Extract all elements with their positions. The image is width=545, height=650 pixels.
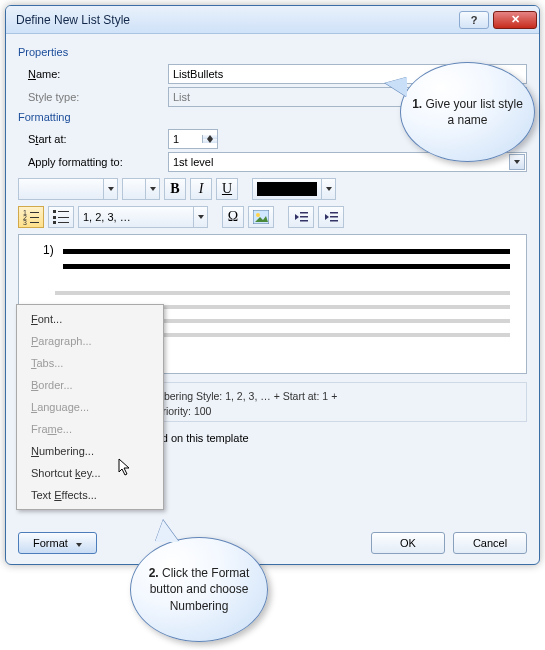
cancel-button[interactable]: Cancel — [453, 532, 527, 554]
chevron-down-icon[interactable] — [321, 179, 335, 199]
svg-point-1 — [256, 213, 260, 217]
menu-language: Language... — [17, 396, 163, 418]
list-toolbar: 1 2 3 1, 2, 3, … Ω — [18, 206, 527, 228]
preview-number: 1) — [43, 243, 54, 257]
svg-rect-4 — [300, 220, 308, 222]
chevron-down-icon — [72, 537, 82, 549]
menu-frame: Frame... — [17, 418, 163, 440]
svg-rect-3 — [300, 216, 308, 218]
picture-icon — [253, 210, 269, 224]
menu-font[interactable]: Font... — [17, 308, 163, 330]
ok-button[interactable]: OK — [371, 532, 445, 554]
number-format-combo[interactable]: 1, 2, 3, … — [78, 206, 208, 228]
italic-button[interactable]: I — [190, 178, 212, 200]
chevron-down-icon[interactable] — [509, 154, 525, 170]
chevron-down-icon[interactable] — [193, 207, 207, 227]
numbered-list-button[interactable]: 1 2 3 — [18, 206, 44, 228]
callout-2: 2. Click the Format button and choose Nu… — [130, 537, 268, 642]
format-menu: Font... Paragraph... Tabs... Border... L… — [16, 304, 164, 510]
chevron-down-icon[interactable] — [103, 179, 117, 199]
applyto-label: Apply formatting to: — [18, 156, 168, 168]
menu-text-effects[interactable]: Text Effects... — [17, 484, 163, 506]
svg-rect-7 — [330, 220, 338, 222]
menu-border: Border... — [17, 374, 163, 396]
close-button[interactable] — [493, 11, 537, 29]
color-swatch-icon — [257, 182, 317, 196]
menu-numbering[interactable]: Numbering... — [17, 440, 163, 462]
increase-indent-button[interactable] — [318, 206, 344, 228]
format-button[interactable]: Format — [18, 532, 97, 554]
window-title: Define New List Style — [16, 13, 457, 27]
chevron-down-icon[interactable] — [145, 179, 159, 199]
bulleted-list-icon — [53, 210, 69, 224]
svg-rect-2 — [300, 212, 308, 214]
callout-1: 1. Give your list style a name — [400, 62, 535, 162]
decrease-indent-button[interactable] — [288, 206, 314, 228]
svg-rect-5 — [330, 212, 338, 214]
bold-button[interactable]: B — [164, 178, 186, 200]
startat-spinner[interactable]: 1 — [168, 129, 218, 149]
numbered-list-icon: 1 2 3 — [23, 210, 39, 224]
group-properties: Properties — [18, 46, 527, 58]
font-color-combo[interactable] — [252, 178, 336, 200]
font-size-combo[interactable] — [122, 178, 160, 200]
help-button[interactable] — [459, 11, 489, 29]
startat-label: Start at: — [18, 133, 168, 145]
menu-shortcut[interactable]: Shortcut key... — [17, 462, 163, 484]
menu-tabs: Tabs... — [17, 352, 163, 374]
spinner-down-icon[interactable] — [202, 139, 217, 143]
styletype-label: Style type: — [18, 91, 168, 103]
font-toolbar: B I U — [18, 178, 527, 200]
svg-rect-6 — [330, 216, 338, 218]
increase-indent-icon — [323, 210, 339, 224]
underline-button[interactable]: U — [216, 178, 238, 200]
font-name-combo[interactable] — [18, 178, 118, 200]
titlebar: Define New List Style — [6, 6, 539, 34]
insert-symbol-button[interactable]: Ω — [222, 206, 244, 228]
name-label: Name: — [18, 68, 168, 80]
decrease-indent-icon — [293, 210, 309, 224]
menu-paragraph: Paragraph... — [17, 330, 163, 352]
insert-picture-button[interactable] — [248, 206, 274, 228]
bulleted-list-button[interactable] — [48, 206, 74, 228]
dialog-buttons: Format OK Cancel — [18, 532, 527, 554]
